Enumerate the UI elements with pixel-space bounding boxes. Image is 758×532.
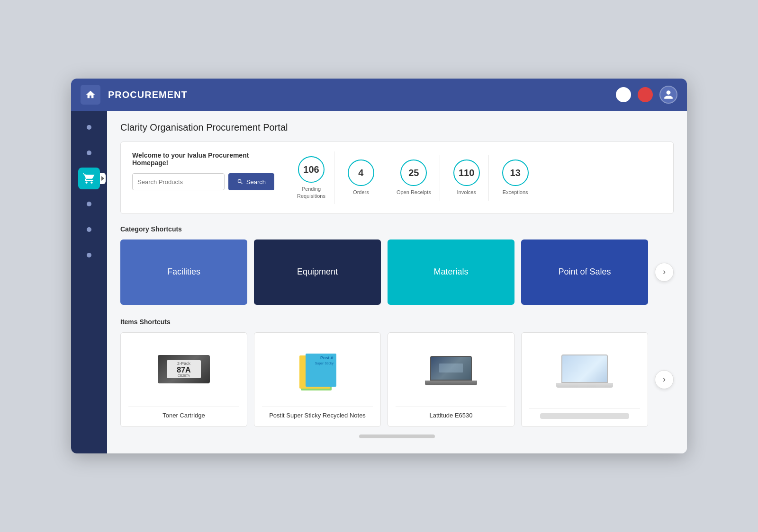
sidebar-dot-2	[87, 151, 91, 155]
stat-label-exceptions: Exceptions	[503, 189, 528, 195]
stat-circle-orders: 4	[348, 160, 374, 186]
item-card-toner[interactable]: 2-Pack 87A CE287A Toner Cartridge	[120, 332, 247, 427]
sidebar-dot-4	[87, 202, 91, 206]
welcome-left: Welcome to your Ivalua Procurement Homep…	[132, 151, 274, 190]
page-title: Clarity Organisation Procurement Portal	[120, 122, 674, 133]
browser-frame: PROCUREMENT	[71, 79, 687, 453]
cart-icon	[83, 172, 95, 185]
main-layout: Clarity Organisation Procurement Portal …	[71, 111, 687, 453]
item-card-laptop-white[interactable]	[521, 332, 648, 427]
search-input[interactable]	[132, 173, 225, 190]
app-title: PROCUREMENT	[108, 89, 608, 100]
category-row: Facilities Equipment Materials Point of …	[120, 239, 674, 305]
stat-orders[interactable]: 4 Orders	[339, 155, 383, 200]
items-shortcuts-title: Items Shortcuts	[120, 318, 674, 326]
sidebar-dot-6	[87, 253, 91, 257]
laptop-dark-image	[425, 356, 477, 385]
sidebar-item-2[interactable]	[78, 142, 100, 164]
category-shortcuts-title: Category Shortcuts	[120, 225, 674, 233]
postit-divider	[262, 407, 373, 407]
search-row: Search	[132, 173, 274, 190]
category-label-pos: Point of Sales	[558, 267, 611, 277]
stats-row: 106 PendingRequisitions 4 Orders 25 Open…	[289, 151, 537, 204]
postit-image: Post-itSuper Sticky	[298, 350, 336, 390]
item-card-laptop-dark[interactable]: Lattitude E6530	[388, 332, 514, 427]
laptop-white-image	[556, 355, 613, 388]
toner-divider	[128, 407, 239, 407]
notification-icon-white[interactable]	[616, 87, 631, 102]
item-card-postit[interactable]: Post-itSuper Sticky Postit Super Sticky …	[254, 332, 381, 427]
user-avatar[interactable]	[659, 86, 677, 104]
stat-exceptions[interactable]: 13 Exceptions	[494, 155, 537, 200]
stat-circle-invoices: 110	[453, 160, 480, 186]
toner-image-area: 2-Pack 87A CE287A	[158, 340, 210, 401]
sidebar-dot-1	[87, 125, 91, 130]
welcome-panel: Welcome to your Ivalua Procurement Homep…	[120, 142, 674, 214]
category-card-materials[interactable]: Materials	[388, 239, 514, 305]
category-next-arrow[interactable]: ›	[655, 263, 674, 282]
sidebar-item-5[interactable]	[78, 219, 100, 240]
stat-label-invoices: Invoices	[457, 189, 476, 195]
laptop-white-divider	[529, 408, 640, 408]
stat-circle-exceptions: 13	[502, 160, 529, 186]
category-label-materials: Materials	[433, 267, 468, 277]
notification-icon-red[interactable]	[638, 87, 653, 102]
bottom-scroll	[120, 427, 674, 442]
search-icon	[237, 178, 244, 185]
sidebar	[71, 111, 107, 453]
item-label-placeholder	[540, 413, 629, 419]
header-icons	[616, 86, 677, 104]
scroll-bar[interactable]	[359, 434, 435, 438]
category-card-pos[interactable]: Point of Sales	[521, 239, 648, 305]
sidebar-expand-arrow[interactable]	[100, 173, 106, 184]
top-bar: PROCUREMENT	[71, 79, 687, 111]
welcome-text: Welcome to your Ivalua Procurement Homep…	[132, 151, 274, 167]
stat-circle-pending: 106	[298, 156, 325, 183]
items-row: 2-Pack 87A CE287A Toner Cartridge	[120, 332, 674, 427]
stat-pending-requisitions[interactable]: 106 PendingRequisitions	[289, 151, 334, 204]
stat-open-receipts[interactable]: 25 Open Receipts	[388, 155, 440, 200]
item-label-postit: Postit Super Sticky Recycled Notes	[262, 412, 373, 419]
postit-image-area: Post-itSuper Sticky	[298, 340, 336, 401]
item-label-toner: Toner Cartridge	[128, 412, 239, 419]
category-card-equipment[interactable]: Equipment	[254, 239, 381, 305]
category-card-facilities[interactable]: Facilities	[120, 239, 247, 305]
laptop-dark-image-area	[425, 340, 477, 401]
stat-label-orders: Orders	[353, 189, 369, 195]
item-label-laptop-dark: Lattitude E6530	[396, 412, 506, 419]
home-button[interactable]	[81, 85, 100, 105]
main-content: Clarity Organisation Procurement Portal …	[107, 111, 687, 453]
stat-circle-receipts: 25	[400, 160, 427, 186]
laptop-dark-divider	[396, 407, 506, 407]
laptop-white-image-area	[556, 340, 613, 402]
items-next-arrow[interactable]: ›	[655, 370, 674, 389]
search-btn-label: Search	[246, 178, 266, 186]
sidebar-item-4[interactable]	[78, 193, 100, 215]
stat-invoices[interactable]: 110 Invoices	[445, 155, 489, 200]
sidebar-item-6[interactable]	[78, 244, 100, 266]
search-button[interactable]: Search	[228, 173, 274, 190]
stat-label-pending: PendingRequisitions	[297, 186, 325, 199]
sidebar-item-cart[interactable]	[78, 168, 100, 189]
toner-image: 2-Pack 87A CE287A	[158, 355, 210, 386]
category-label-equipment: Equipment	[297, 267, 338, 277]
category-label-facilities: Facilities	[167, 267, 200, 277]
sidebar-item-1[interactable]	[78, 116, 100, 138]
stat-label-receipts: Open Receipts	[397, 189, 431, 195]
sidebar-dot-5	[87, 227, 91, 232]
